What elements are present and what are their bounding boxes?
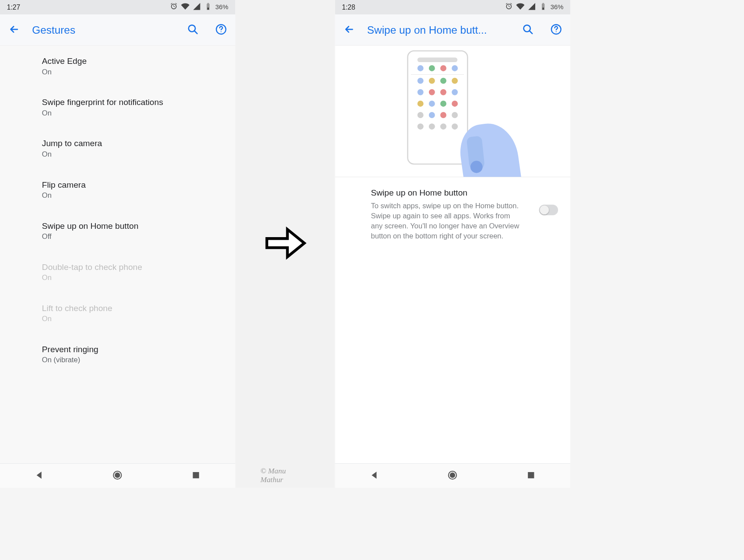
- nav-bar: [0, 463, 235, 488]
- illus-hand: [434, 108, 518, 177]
- svg-point-2: [221, 31, 221, 32]
- app-bar: Swipe up on Home butt...: [335, 14, 570, 46]
- list-item-title: Lift to check phone: [42, 303, 235, 313]
- list-item-title: Swipe up on Home button: [42, 221, 235, 231]
- nav-back-icon[interactable]: [34, 470, 44, 482]
- svg-point-8: [556, 31, 557, 32]
- setting-toggle[interactable]: [539, 205, 558, 215]
- svg-point-10: [450, 472, 455, 478]
- detail-page: Swipe up on Home button To switch apps, …: [335, 46, 570, 464]
- page-title: Swipe up on Home butt...: [367, 24, 505, 36]
- list-item-sub: On: [42, 315, 235, 323]
- list-item[interactable]: Swipe fingerprint for notificationsOn: [0, 87, 235, 128]
- status-bar: 1:27 36%: [0, 0, 235, 14]
- list-item-sub: Off: [42, 232, 235, 241]
- alarm-icon: [505, 2, 513, 13]
- help-button[interactable]: [215, 24, 227, 37]
- svg-point-4: [115, 472, 120, 478]
- battery-percent: 36%: [551, 4, 564, 11]
- status-icons: 36%: [170, 2, 228, 13]
- svg-rect-5: [193, 472, 199, 478]
- alarm-icon: [170, 2, 178, 13]
- list-item-sub: On (vibrate): [42, 356, 235, 364]
- phone-left: 1:27 36% Gestures Active EdgeOnSwipe fin…: [0, 0, 235, 488]
- battery-percent: 36%: [215, 4, 228, 11]
- wifi-icon: [516, 2, 524, 13]
- signal-icon: [193, 2, 201, 13]
- page-title: Gestures: [32, 24, 170, 36]
- app-bar: Gestures: [0, 14, 235, 46]
- help-button[interactable]: [551, 24, 562, 37]
- list-item: Lift to check phoneOn: [0, 293, 235, 334]
- list-item-title: Swipe fingerprint for notifications: [42, 98, 235, 108]
- nav-back-icon[interactable]: [369, 470, 379, 482]
- search-button[interactable]: [522, 24, 533, 37]
- list-item-sub: On: [42, 109, 235, 117]
- back-button[interactable]: [344, 24, 355, 37]
- setting-title: Swipe up on Home button: [371, 188, 530, 198]
- list-item[interactable]: Flip cameraOn: [0, 169, 235, 210]
- phone-right: 1:28 36% Swipe up on Home butt...: [335, 0, 570, 488]
- list-item[interactable]: Prevent ringingOn (vibrate): [0, 334, 235, 375]
- list-item[interactable]: Swipe up on Home buttonOff: [0, 210, 235, 252]
- status-bar: 1:28 36%: [335, 0, 570, 14]
- gestures-list: Active EdgeOnSwipe fingerprint for notif…: [0, 46, 235, 464]
- list-item-title: Prevent ringing: [42, 344, 235, 354]
- list-item-title: Double-tap to check phone: [42, 262, 235, 272]
- battery-icon: [204, 2, 212, 13]
- list-item-sub: On: [42, 150, 235, 158]
- watermark: © Manu Mathur: [260, 466, 310, 484]
- search-button[interactable]: [187, 24, 199, 37]
- nav-overview-icon[interactable]: [191, 470, 201, 482]
- list-item-sub: On: [42, 273, 235, 282]
- list-item-sub: On: [42, 68, 235, 76]
- battery-icon: [539, 2, 547, 13]
- nav-home-icon[interactable]: [447, 470, 458, 482]
- back-button[interactable]: [8, 24, 20, 37]
- signal-icon: [527, 2, 536, 13]
- wifi-icon: [181, 2, 190, 13]
- status-icons: 36%: [505, 2, 563, 13]
- svg-rect-11: [528, 472, 534, 478]
- list-item[interactable]: Jump to cameraOn: [0, 128, 235, 169]
- list-item[interactable]: Active EdgeOn: [0, 46, 235, 87]
- list-item-title: Active Edge: [42, 56, 235, 66]
- transition-gap: © Manu Mathur: [235, 0, 334, 488]
- setting-description: To switch apps, swipe up on the Home but…: [371, 201, 523, 242]
- status-time: 1:27: [7, 3, 21, 11]
- list-item: Double-tap to check phoneOn: [0, 252, 235, 293]
- nav-home-icon[interactable]: [112, 470, 123, 482]
- list-item-sub: On: [42, 191, 235, 200]
- list-item-title: Flip camera: [42, 180, 235, 190]
- illustration: [335, 46, 570, 177]
- nav-bar: [335, 463, 570, 488]
- arrow-right-icon: [262, 220, 308, 267]
- list-item-title: Jump to camera: [42, 139, 235, 149]
- status-time: 1:28: [342, 3, 355, 11]
- nav-overview-icon[interactable]: [526, 470, 536, 482]
